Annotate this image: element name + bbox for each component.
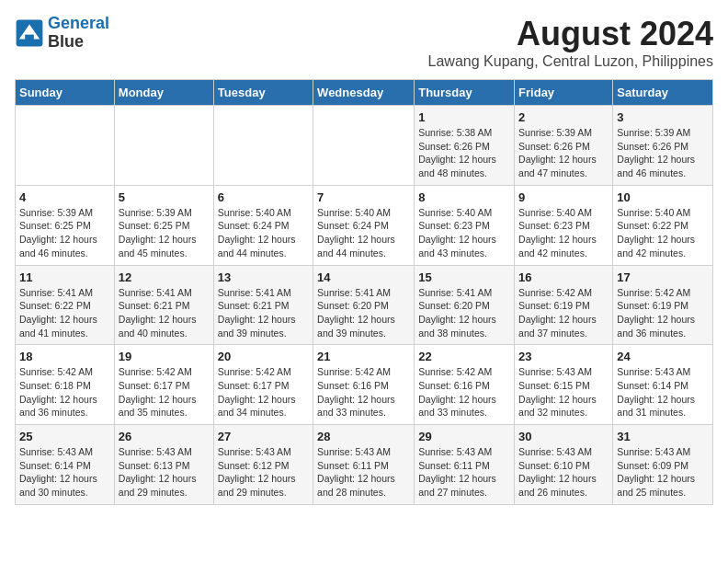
weekday-header-wednesday: Wednesday bbox=[313, 80, 415, 106]
weekday-header-sunday: Sunday bbox=[16, 80, 115, 106]
day-info: Sunrise: 5:40 AMSunset: 6:22 PMDaylight:… bbox=[617, 206, 709, 260]
calendar-cell: 3Sunrise: 5:39 AMSunset: 6:26 PMDaylight… bbox=[613, 106, 713, 186]
calendar-cell: 22Sunrise: 5:42 AMSunset: 6:16 PMDayligh… bbox=[415, 345, 515, 425]
day-info: Sunrise: 5:43 AMSunset: 6:13 PMDaylight:… bbox=[119, 445, 210, 500]
day-info: Sunrise: 5:39 AMSunset: 6:25 PMDaylight:… bbox=[119, 206, 210, 260]
weekday-header-monday: Monday bbox=[114, 80, 213, 106]
weekday-header-thursday: Thursday bbox=[415, 80, 515, 106]
day-info: Sunrise: 5:41 AMSunset: 6:21 PMDaylight:… bbox=[218, 286, 309, 340]
day-info: Sunrise: 5:43 AMSunset: 6:12 PMDaylight:… bbox=[218, 445, 309, 500]
calendar-cell bbox=[313, 106, 415, 186]
day-number: 6 bbox=[218, 190, 309, 204]
day-info: Sunrise: 5:42 AMSunset: 6:17 PMDaylight:… bbox=[119, 365, 210, 419]
day-number: 28 bbox=[317, 430, 410, 443]
calendar-week-row: 1Sunrise: 5:38 AMSunset: 6:26 PMDaylight… bbox=[16, 106, 713, 186]
day-number: 4 bbox=[19, 190, 110, 204]
calendar-cell: 28Sunrise: 5:43 AMSunset: 6:11 PMDayligh… bbox=[313, 425, 415, 505]
calendar-cell: 24Sunrise: 5:43 AMSunset: 6:14 PMDayligh… bbox=[613, 345, 713, 425]
day-info: Sunrise: 5:40 AMSunset: 6:24 PMDaylight:… bbox=[218, 206, 309, 260]
weekday-header-row: SundayMondayTuesdayWednesdayThursdayFrid… bbox=[16, 80, 713, 106]
day-info: Sunrise: 5:40 AMSunset: 6:23 PMDaylight:… bbox=[518, 206, 609, 260]
calendar-cell: 5Sunrise: 5:39 AMSunset: 6:25 PMDaylight… bbox=[114, 185, 213, 265]
logo-line2: Blue bbox=[48, 32, 84, 51]
calendar-cell: 4Sunrise: 5:39 AMSunset: 6:25 PMDaylight… bbox=[16, 185, 115, 265]
day-info: Sunrise: 5:42 AMSunset: 6:16 PMDaylight:… bbox=[317, 365, 410, 419]
day-number: 13 bbox=[218, 270, 309, 284]
calendar-cell: 23Sunrise: 5:43 AMSunset: 6:15 PMDayligh… bbox=[515, 345, 613, 425]
day-info: Sunrise: 5:43 AMSunset: 6:15 PMDaylight:… bbox=[518, 365, 609, 419]
day-info: Sunrise: 5:39 AMSunset: 6:25 PMDaylight:… bbox=[19, 206, 110, 260]
day-info: Sunrise: 5:42 AMSunset: 6:18 PMDaylight:… bbox=[19, 365, 110, 419]
day-number: 10 bbox=[617, 190, 709, 204]
calendar-cell: 8Sunrise: 5:40 AMSunset: 6:23 PMDaylight… bbox=[415, 185, 515, 265]
calendar-week-row: 11Sunrise: 5:41 AMSunset: 6:22 PMDayligh… bbox=[16, 265, 713, 345]
weekday-header-saturday: Saturday bbox=[613, 80, 713, 106]
day-number: 27 bbox=[218, 430, 309, 443]
calendar-cell: 26Sunrise: 5:43 AMSunset: 6:13 PMDayligh… bbox=[114, 425, 213, 505]
day-info: Sunrise: 5:43 AMSunset: 6:14 PMDaylight:… bbox=[19, 445, 110, 500]
day-number: 11 bbox=[19, 270, 110, 284]
title-section: August 2024 Lawang Kupang, Central Luzon… bbox=[428, 15, 713, 70]
day-number: 29 bbox=[418, 430, 510, 443]
day-info: Sunrise: 5:43 AMSunset: 6:14 PMDaylight:… bbox=[617, 365, 709, 419]
calendar-cell bbox=[213, 106, 313, 186]
calendar-week-row: 18Sunrise: 5:42 AMSunset: 6:18 PMDayligh… bbox=[16, 345, 713, 425]
calendar-cell: 13Sunrise: 5:41 AMSunset: 6:21 PMDayligh… bbox=[213, 265, 313, 345]
day-number: 19 bbox=[119, 350, 210, 363]
day-info: Sunrise: 5:40 AMSunset: 6:24 PMDaylight:… bbox=[317, 206, 410, 260]
calendar-table: SundayMondayTuesdayWednesdayThursdayFrid… bbox=[15, 79, 713, 505]
calendar-cell: 21Sunrise: 5:42 AMSunset: 6:16 PMDayligh… bbox=[313, 345, 415, 425]
day-info: Sunrise: 5:41 AMSunset: 6:22 PMDaylight:… bbox=[19, 286, 110, 340]
calendar-cell: 31Sunrise: 5:43 AMSunset: 6:09 PMDayligh… bbox=[613, 425, 713, 505]
day-number: 17 bbox=[617, 270, 709, 284]
calendar-cell: 20Sunrise: 5:42 AMSunset: 6:17 PMDayligh… bbox=[213, 345, 313, 425]
calendar-week-row: 25Sunrise: 5:43 AMSunset: 6:14 PMDayligh… bbox=[16, 425, 713, 505]
day-number: 21 bbox=[317, 350, 410, 363]
calendar-subtitle: Lawang Kupang, Central Luzon, Philippine… bbox=[428, 53, 713, 70]
day-info: Sunrise: 5:40 AMSunset: 6:23 PMDaylight:… bbox=[418, 206, 510, 260]
day-info: Sunrise: 5:38 AMSunset: 6:26 PMDaylight:… bbox=[418, 126, 510, 180]
day-number: 26 bbox=[119, 430, 210, 443]
calendar-cell: 12Sunrise: 5:41 AMSunset: 6:21 PMDayligh… bbox=[114, 265, 213, 345]
day-info: Sunrise: 5:42 AMSunset: 6:19 PMDaylight:… bbox=[617, 286, 709, 340]
logo-text: General Blue bbox=[48, 15, 109, 52]
day-number: 23 bbox=[518, 350, 609, 363]
calendar-cell: 15Sunrise: 5:41 AMSunset: 6:20 PMDayligh… bbox=[415, 265, 515, 345]
calendar-cell: 14Sunrise: 5:41 AMSunset: 6:20 PMDayligh… bbox=[313, 265, 415, 345]
calendar-cell: 1Sunrise: 5:38 AMSunset: 6:26 PMDaylight… bbox=[415, 106, 515, 186]
calendar-week-row: 4Sunrise: 5:39 AMSunset: 6:25 PMDaylight… bbox=[16, 185, 713, 265]
day-info: Sunrise: 5:43 AMSunset: 6:09 PMDaylight:… bbox=[617, 445, 709, 500]
calendar-cell: 16Sunrise: 5:42 AMSunset: 6:19 PMDayligh… bbox=[515, 265, 613, 345]
calendar-cell: 18Sunrise: 5:42 AMSunset: 6:18 PMDayligh… bbox=[16, 345, 115, 425]
day-info: Sunrise: 5:39 AMSunset: 6:26 PMDaylight:… bbox=[617, 126, 709, 180]
day-number: 7 bbox=[317, 190, 410, 204]
calendar-cell: 9Sunrise: 5:40 AMSunset: 6:23 PMDaylight… bbox=[515, 185, 613, 265]
day-info: Sunrise: 5:42 AMSunset: 6:19 PMDaylight:… bbox=[518, 286, 609, 340]
day-number: 12 bbox=[119, 270, 210, 284]
day-number: 15 bbox=[418, 270, 510, 284]
calendar-cell bbox=[16, 106, 115, 186]
page-header: General Blue August 2024 Lawang Kupang, … bbox=[15, 15, 713, 70]
day-info: Sunrise: 5:43 AMSunset: 6:11 PMDaylight:… bbox=[418, 445, 510, 500]
day-info: Sunrise: 5:41 AMSunset: 6:20 PMDaylight:… bbox=[317, 286, 410, 340]
day-info: Sunrise: 5:43 AMSunset: 6:10 PMDaylight:… bbox=[518, 445, 609, 500]
day-number: 14 bbox=[317, 270, 410, 284]
logo: General Blue bbox=[15, 15, 109, 52]
day-number: 30 bbox=[518, 430, 609, 443]
calendar-cell: 19Sunrise: 5:42 AMSunset: 6:17 PMDayligh… bbox=[114, 345, 213, 425]
calendar-cell: 30Sunrise: 5:43 AMSunset: 6:10 PMDayligh… bbox=[515, 425, 613, 505]
day-number: 31 bbox=[617, 430, 709, 443]
day-number: 1 bbox=[418, 110, 510, 124]
day-number: 25 bbox=[19, 430, 110, 443]
logo-icon bbox=[15, 18, 44, 48]
day-info: Sunrise: 5:41 AMSunset: 6:21 PMDaylight:… bbox=[119, 286, 210, 340]
weekday-header-friday: Friday bbox=[515, 80, 613, 106]
calendar-cell: 17Sunrise: 5:42 AMSunset: 6:19 PMDayligh… bbox=[613, 265, 713, 345]
day-number: 2 bbox=[518, 110, 609, 124]
day-info: Sunrise: 5:41 AMSunset: 6:20 PMDaylight:… bbox=[418, 286, 510, 340]
calendar-cell bbox=[114, 106, 213, 186]
day-info: Sunrise: 5:42 AMSunset: 6:16 PMDaylight:… bbox=[418, 365, 510, 419]
day-number: 24 bbox=[617, 350, 709, 363]
calendar-cell: 11Sunrise: 5:41 AMSunset: 6:22 PMDayligh… bbox=[16, 265, 115, 345]
calendar-cell: 27Sunrise: 5:43 AMSunset: 6:12 PMDayligh… bbox=[213, 425, 313, 505]
